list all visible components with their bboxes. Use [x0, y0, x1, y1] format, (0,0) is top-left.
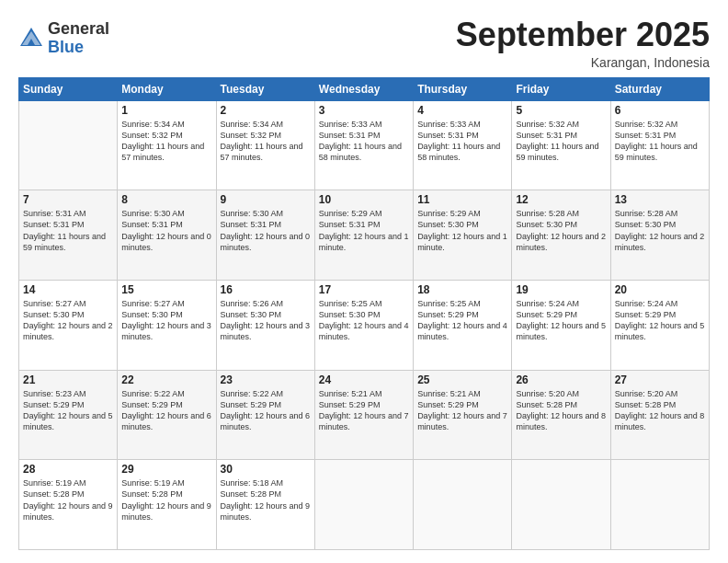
- day-number: 23: [221, 373, 311, 386]
- calendar-table: Sunday Monday Tuesday Wednesday Thursday…: [18, 77, 710, 550]
- table-row: 17Sunrise: 5:25 AM Sunset: 5:30 PM Dayli…: [314, 280, 413, 370]
- header-tuesday: Tuesday: [216, 77, 314, 100]
- header: General Blue September 2025 Karangan, In…: [18, 17, 710, 70]
- table-row: 22Sunrise: 5:22 AM Sunset: 5:29 PM Dayli…: [118, 370, 216, 460]
- day-number: 26: [516, 373, 606, 386]
- day-info: Sunrise: 5:22 AM Sunset: 5:29 PM Dayligh…: [121, 388, 211, 433]
- table-row: 1Sunrise: 5:34 AM Sunset: 5:32 PM Daylig…: [118, 100, 216, 190]
- day-info: Sunrise: 5:21 AM Sunset: 5:29 PM Dayligh…: [417, 388, 507, 433]
- calendar-week-row: 21Sunrise: 5:23 AM Sunset: 5:29 PM Dayli…: [19, 370, 710, 460]
- title-block: September 2025 Karangan, Indonesia: [456, 17, 710, 70]
- table-row: 9Sunrise: 5:30 AM Sunset: 5:31 PM Daylig…: [216, 190, 314, 281]
- header-wednesday: Wednesday: [314, 77, 413, 100]
- logo-general-text: General: [48, 20, 109, 39]
- day-number: 9: [221, 193, 311, 206]
- table-row: 10Sunrise: 5:29 AM Sunset: 5:31 PM Dayli…: [314, 190, 413, 281]
- table-row: 5Sunrise: 5:32 AM Sunset: 5:31 PM Daylig…: [512, 100, 610, 190]
- day-info: Sunrise: 5:30 AM Sunset: 5:31 PM Dayligh…: [221, 208, 311, 253]
- table-row: 25Sunrise: 5:21 AM Sunset: 5:29 PM Dayli…: [414, 370, 512, 460]
- header-thursday: Thursday: [414, 77, 512, 100]
- day-info: Sunrise: 5:28 AM Sunset: 5:30 PM Dayligh…: [615, 208, 705, 253]
- table-row: 28Sunrise: 5:19 AM Sunset: 5:28 PM Dayli…: [19, 460, 118, 550]
- day-info: Sunrise: 5:28 AM Sunset: 5:30 PM Dayligh…: [516, 208, 606, 253]
- day-info: Sunrise: 5:21 AM Sunset: 5:29 PM Dayligh…: [319, 388, 409, 433]
- location-subtitle: Karangan, Indonesia: [456, 55, 710, 70]
- day-info: Sunrise: 5:20 AM Sunset: 5:28 PM Dayligh…: [516, 388, 606, 433]
- table-row: 15Sunrise: 5:27 AM Sunset: 5:30 PM Dayli…: [118, 280, 216, 370]
- day-info: Sunrise: 5:19 AM Sunset: 5:28 PM Dayligh…: [23, 477, 113, 523]
- day-number: 21: [23, 373, 113, 386]
- day-number: 11: [417, 193, 507, 206]
- day-number: 15: [121, 283, 211, 296]
- day-number: 18: [417, 283, 507, 296]
- day-info: Sunrise: 5:29 AM Sunset: 5:31 PM Dayligh…: [319, 208, 409, 253]
- table-row: 12Sunrise: 5:28 AM Sunset: 5:30 PM Dayli…: [512, 190, 610, 281]
- table-row: 26Sunrise: 5:20 AM Sunset: 5:28 PM Dayli…: [512, 370, 610, 460]
- logo-text: General Blue: [48, 20, 109, 57]
- day-number: 4: [417, 104, 507, 117]
- day-info: Sunrise: 5:19 AM Sunset: 5:28 PM Dayligh…: [121, 477, 211, 523]
- calendar-week-row: 1Sunrise: 5:34 AM Sunset: 5:32 PM Daylig…: [19, 100, 710, 190]
- day-number: 24: [319, 373, 409, 386]
- day-number: 28: [23, 463, 113, 476]
- day-number: 5: [516, 104, 606, 117]
- day-info: Sunrise: 5:29 AM Sunset: 5:30 PM Dayligh…: [417, 208, 507, 253]
- day-number: 10: [319, 193, 409, 206]
- day-info: Sunrise: 5:25 AM Sunset: 5:30 PM Dayligh…: [319, 298, 409, 343]
- day-info: Sunrise: 5:24 AM Sunset: 5:29 PM Dayligh…: [615, 298, 705, 343]
- table-row: 18Sunrise: 5:25 AM Sunset: 5:29 PM Dayli…: [414, 280, 512, 370]
- table-row: 19Sunrise: 5:24 AM Sunset: 5:29 PM Dayli…: [512, 280, 610, 370]
- table-row: [512, 460, 610, 550]
- header-sunday: Sunday: [19, 77, 118, 100]
- day-info: Sunrise: 5:27 AM Sunset: 5:30 PM Dayligh…: [121, 298, 211, 343]
- table-row: 14Sunrise: 5:27 AM Sunset: 5:30 PM Dayli…: [19, 280, 118, 370]
- table-row: 3Sunrise: 5:33 AM Sunset: 5:31 PM Daylig…: [314, 100, 413, 190]
- day-info: Sunrise: 5:22 AM Sunset: 5:29 PM Dayligh…: [221, 388, 311, 433]
- header-monday: Monday: [118, 77, 216, 100]
- day-info: Sunrise: 5:23 AM Sunset: 5:29 PM Dayligh…: [23, 388, 113, 433]
- day-info: Sunrise: 5:26 AM Sunset: 5:30 PM Dayligh…: [221, 298, 311, 343]
- table-row: 2Sunrise: 5:34 AM Sunset: 5:32 PM Daylig…: [216, 100, 314, 190]
- calendar-week-row: 28Sunrise: 5:19 AM Sunset: 5:28 PM Dayli…: [19, 460, 710, 550]
- logo-blue-text: Blue: [48, 39, 109, 57]
- day-info: Sunrise: 5:34 AM Sunset: 5:32 PM Dayligh…: [221, 119, 311, 164]
- month-title: September 2025: [456, 17, 710, 53]
- day-number: 19: [516, 283, 606, 296]
- day-info: Sunrise: 5:30 AM Sunset: 5:31 PM Dayligh…: [121, 208, 211, 253]
- day-number: 27: [615, 373, 705, 386]
- day-info: Sunrise: 5:27 AM Sunset: 5:30 PM Dayligh…: [23, 298, 113, 343]
- weekday-header-row: Sunday Monday Tuesday Wednesday Thursday…: [19, 77, 710, 100]
- logo-icon: [18, 26, 44, 52]
- day-number: 20: [615, 283, 705, 296]
- logo: General Blue: [18, 20, 109, 57]
- day-number: 7: [23, 193, 113, 206]
- table-row: 24Sunrise: 5:21 AM Sunset: 5:29 PM Dayli…: [314, 370, 413, 460]
- table-row: 6Sunrise: 5:32 AM Sunset: 5:31 PM Daylig…: [610, 100, 709, 190]
- day-info: Sunrise: 5:32 AM Sunset: 5:31 PM Dayligh…: [516, 119, 606, 164]
- table-row: 7Sunrise: 5:31 AM Sunset: 5:31 PM Daylig…: [19, 190, 118, 281]
- table-row: 20Sunrise: 5:24 AM Sunset: 5:29 PM Dayli…: [610, 280, 709, 370]
- table-row: [610, 460, 709, 550]
- table-row: 16Sunrise: 5:26 AM Sunset: 5:30 PM Dayli…: [216, 280, 314, 370]
- calendar-week-row: 14Sunrise: 5:27 AM Sunset: 5:30 PM Dayli…: [19, 280, 710, 370]
- day-info: Sunrise: 5:25 AM Sunset: 5:29 PM Dayligh…: [417, 298, 507, 343]
- table-row: 11Sunrise: 5:29 AM Sunset: 5:30 PM Dayli…: [414, 190, 512, 281]
- day-number: 3: [319, 104, 409, 117]
- calendar-week-row: 7Sunrise: 5:31 AM Sunset: 5:31 PM Daylig…: [19, 190, 710, 281]
- table-row: 27Sunrise: 5:20 AM Sunset: 5:28 PM Dayli…: [610, 370, 709, 460]
- day-number: 2: [221, 104, 311, 117]
- day-number: 12: [516, 193, 606, 206]
- table-row: 30Sunrise: 5:18 AM Sunset: 5:28 PM Dayli…: [216, 460, 314, 550]
- day-number: 1: [121, 104, 211, 117]
- day-number: 14: [23, 283, 113, 296]
- day-number: 13: [615, 193, 705, 206]
- table-row: 4Sunrise: 5:33 AM Sunset: 5:31 PM Daylig…: [414, 100, 512, 190]
- day-info: Sunrise: 5:33 AM Sunset: 5:31 PM Dayligh…: [319, 119, 409, 164]
- day-number: 16: [221, 283, 311, 296]
- day-info: Sunrise: 5:24 AM Sunset: 5:29 PM Dayligh…: [516, 298, 606, 343]
- day-info: Sunrise: 5:31 AM Sunset: 5:31 PM Dayligh…: [23, 208, 113, 253]
- table-row: [414, 460, 512, 550]
- day-number: 17: [319, 283, 409, 296]
- table-row: 23Sunrise: 5:22 AM Sunset: 5:29 PM Dayli…: [216, 370, 314, 460]
- calendar-page: General Blue September 2025 Karangan, In…: [0, 0, 728, 563]
